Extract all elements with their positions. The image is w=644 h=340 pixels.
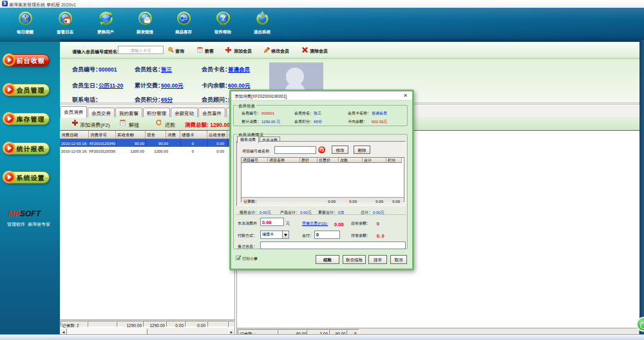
svg-text:?: ? — [220, 14, 225, 22]
